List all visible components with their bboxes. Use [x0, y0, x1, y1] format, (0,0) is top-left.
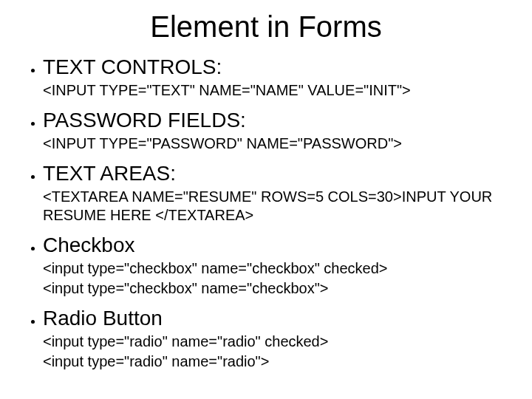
- item-code: <input type="radio" name="radio">: [43, 352, 510, 371]
- item-heading: TEXT AREAS:: [43, 160, 510, 186]
- bullet-list: TEXT CONTROLS: <INPUT TYPE="TEXT" NAME="…: [22, 54, 510, 371]
- item-code: <input type="checkbox" name="checkbox" c…: [43, 259, 510, 278]
- item-code: <INPUT TYPE="PASSWORD" NAME="PASSWORD">: [43, 134, 510, 153]
- list-item: Radio Button <input type="radio" name="r…: [43, 305, 510, 371]
- item-heading: Radio Button: [43, 305, 510, 331]
- item-heading: Checkbox: [43, 232, 510, 258]
- slide-title: Element in Forms: [22, 10, 510, 44]
- item-code: <INPUT TYPE="TEXT" NAME="NAME" VALUE="IN…: [43, 81, 510, 100]
- item-code: <input type="radio" name="radio" checked…: [43, 332, 510, 351]
- list-item: PASSWORD FIELDS: <INPUT TYPE="PASSWORD" …: [43, 107, 510, 153]
- list-item: Checkbox <input type="checkbox" name="ch…: [43, 232, 510, 298]
- item-heading: TEXT CONTROLS:: [43, 54, 510, 80]
- list-item: TEXT CONTROLS: <INPUT TYPE="TEXT" NAME="…: [43, 54, 510, 100]
- slide: Element in Forms TEXT CONTROLS: <INPUT T…: [0, 0, 532, 399]
- item-code: <TEXTAREA NAME="RESUME" ROWS=5 COLS=30>I…: [43, 188, 510, 225]
- list-item: TEXT AREAS: <TEXTAREA NAME="RESUME" ROWS…: [43, 160, 510, 225]
- item-code: <input type="checkbox" name="checkbox">: [43, 279, 510, 298]
- item-heading: PASSWORD FIELDS:: [43, 107, 510, 133]
